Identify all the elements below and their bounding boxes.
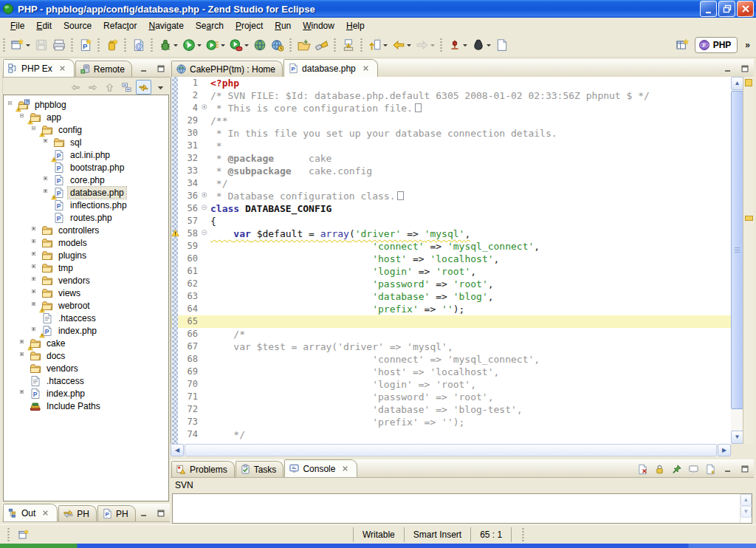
tree-item-inflections-php[interactable]: Pinflections.php [4,199,168,211]
menu-file[interactable]: File [4,19,30,32]
tree-item-cake[interactable]: cake [4,337,168,349]
code-line-72[interactable]: 72 'database' => 'blog-test', [171,403,731,416]
toolbar-drag-handle[interactable] [71,38,74,52]
toolbar-drag-handle[interactable] [289,38,292,52]
forward-dropdown-arrow[interactable] [430,44,435,49]
windows-taskbar-edge[interactable] [0,544,756,548]
minimize-button[interactable] [700,1,717,17]
forward-button[interactable] [413,35,437,55]
new-wizard-button[interactable] [9,35,32,55]
code-line-34[interactable]: 34 */ [171,177,731,190]
close-button[interactable] [737,1,754,17]
tree-item-vendors[interactable]: vendors [4,362,168,374]
code-line-59[interactable]: 59 'connect' => 'mysql_connect', [171,240,731,253]
code-line-31[interactable]: 31 * [171,140,731,152]
overview-ruler[interactable] [743,77,754,444]
tree-item-models[interactable]: models [4,236,168,249]
back-dropdown-arrow[interactable] [407,44,411,49]
code-line-61[interactable]: 61 'login' => 'root', [171,265,731,278]
toolbar-drag-handle[interactable] [124,38,127,52]
console-scroll-up[interactable]: ▲ [740,494,752,506]
tree-item-acl-ini-php[interactable]: Pacl.ini.php [4,148,168,161]
fast-view-icon[interactable] [18,529,30,541]
link-editor-button[interactable] [136,80,151,95]
profile-dropdown-arrow[interactable] [244,44,249,49]
expand-icon[interactable] [32,227,38,233]
print-button[interactable] [50,35,68,55]
console-tab-problems[interactable]: Problems [171,461,235,477]
collapse-icon[interactable] [32,126,38,133]
code-line-32[interactable]: 32 * @package cake [171,152,731,165]
console-tab-console[interactable]: Console [284,459,357,477]
code-line-68[interactable]: 68 'connect' => 'mysql_connect', [171,353,731,366]
tree-item-webroot[interactable]: webroot [4,299,168,312]
code-line-64[interactable]: 64 'prefix' => ''); [171,303,731,315]
tree-item-plugins[interactable]: plugins [4,249,168,261]
expand-icon[interactable] [32,302,38,309]
outline-tab-ph[interactable]: PPH [97,505,136,521]
minimize-view-button[interactable] [136,506,151,521]
code-line-74[interactable]: 74 */ [171,428,731,441]
new-php-file-button[interactable]: P [77,35,94,55]
editor-tab-cakephp-tm-home[interactable]: CakePHP(tm) : Home [171,61,283,77]
expand-icon[interactable] [32,252,38,258]
scroll-lock-button[interactable] [652,462,667,476]
view-menu-button[interactable] [153,80,168,95]
menu-run[interactable]: Run [269,19,297,32]
close-tab-icon[interactable] [58,64,67,73]
last-edit-location-dropdown-arrow[interactable] [383,44,388,49]
run-history-button[interactable] [204,35,227,55]
tree-item-vendors[interactable]: vendors [4,274,168,287]
menu-edit[interactable]: Edit [30,19,58,32]
code-line-60[interactable]: 60 'host' => 'localhost', [171,253,731,265]
tree-item-bootstrap-php[interactable]: Pbootstrap.php [4,161,168,174]
nav-back-button[interactable] [68,80,83,95]
mark-occurrences-dropdown-arrow[interactable] [487,44,491,49]
menu-project[interactable]: Project [230,19,269,32]
vertical-scrollbar[interactable]: ▲ ▼ [731,77,743,444]
folded-region-icon[interactable] [397,191,404,200]
maximize-view-button[interactable] [737,61,752,76]
expand-icon[interactable] [20,390,27,397]
tree-item-routes-php[interactable]: Proutes.php [4,211,168,224]
code-line-66[interactable]: 66 /* [171,328,731,340]
fold-expand-icon[interactable] [201,102,210,114]
menu-search[interactable]: Search [190,19,230,32]
tree-item--htaccess[interactable]: .htaccess [4,312,168,324]
tree-item-tmp[interactable]: tmp [4,261,168,274]
code-line-70[interactable]: 70 'login' => 'root', [171,378,731,391]
expand-icon[interactable] [32,290,38,296]
toolbar-drag-handle[interactable] [97,38,100,52]
expand-icon[interactable] [20,352,27,359]
console-tab-tasks[interactable]: Tasks [236,461,284,477]
menu-refactor[interactable]: Refactor [97,19,142,32]
profile-button[interactable] [227,35,251,55]
code-line-69[interactable]: 69 'host' => 'localhost', [171,366,731,378]
code-line-56[interactable]: 56class DATABASE_CONFIG [171,202,731,215]
run-button[interactable] [180,35,204,55]
clear-console-button[interactable] [635,462,650,476]
minimize-view-button[interactable] [720,61,735,76]
tree-item-index-php[interactable]: Pindex.php [4,324,168,337]
toolbar-drag-handle[interactable] [334,38,337,52]
search-flashlight-button[interactable] [313,35,331,55]
open-file-button[interactable] [295,35,313,55]
menu-navigate[interactable]: Navigate [142,19,189,32]
console-scroll-down[interactable]: ▼ [740,506,752,518]
code-line-58[interactable]: 58 var $default = array('driver' => 'mys… [171,227,731,240]
overview-warning-marker[interactable] [745,79,752,86]
expand-icon[interactable] [32,239,38,246]
code-line-1[interactable]: 1<?php [171,77,731,89]
mark-occurrences-button[interactable] [470,35,493,55]
debug-dropdown-arrow[interactable] [173,44,178,49]
toolbar-overflow-chevron[interactable]: » [745,40,750,50]
code-line-63[interactable]: 63 'database' => 'blog', [171,290,731,303]
tree-item-config[interactable]: config [4,123,168,136]
code-line-62[interactable]: 62 'password' => 'root', [171,278,731,290]
tree-item-app[interactable]: app [4,111,168,123]
scroll-right-arrow[interactable]: ▶ [718,444,731,456]
status-drag-handle[interactable] [7,527,10,542]
maximize-view-button[interactable] [153,506,168,521]
tree-item--htaccess[interactable]: .htaccess [4,374,168,387]
collapse-icon[interactable] [8,101,15,108]
